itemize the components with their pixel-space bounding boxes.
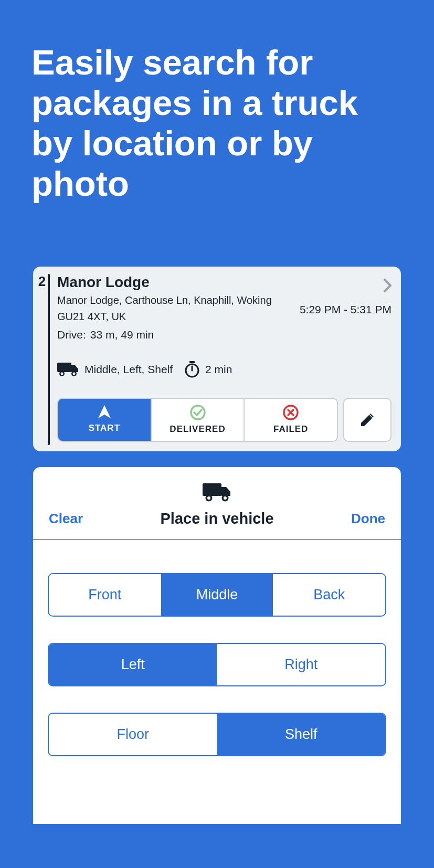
level-segment-group: Floor Shelf bbox=[48, 713, 386, 756]
segment-back[interactable]: Back bbox=[273, 574, 385, 616]
segment-shelf[interactable]: Shelf bbox=[217, 714, 386, 755]
stop-number: 2 bbox=[35, 273, 49, 290]
svg-rect-5 bbox=[189, 361, 195, 363]
start-button[interactable]: START bbox=[58, 399, 152, 441]
segment-left[interactable]: Left bbox=[49, 644, 217, 685]
svg-point-4 bbox=[73, 373, 76, 375]
x-circle-icon bbox=[282, 404, 299, 421]
edit-button[interactable] bbox=[343, 398, 391, 442]
chevron-right-icon[interactable] bbox=[383, 278, 393, 293]
svg-rect-10 bbox=[203, 483, 221, 496]
side-segment-group: Left Right bbox=[48, 643, 386, 686]
checkmark-circle-icon bbox=[189, 404, 206, 421]
package-location-text: Middle, Left, Shelf bbox=[84, 363, 173, 376]
navigation-arrow-icon bbox=[97, 404, 112, 420]
stop-duration-text: 2 min bbox=[205, 363, 232, 376]
segment-right[interactable]: Right bbox=[217, 644, 386, 685]
segment-floor[interactable]: Floor bbox=[49, 714, 217, 755]
stopwatch-icon bbox=[184, 361, 200, 378]
failed-button-label: FAILED bbox=[273, 424, 308, 435]
drive-value: 33 m, 49 min bbox=[90, 329, 154, 341]
promo-heading: Easily search for packages in a truck by… bbox=[0, 0, 434, 235]
svg-rect-0 bbox=[57, 363, 71, 372]
segment-front[interactable]: Front bbox=[49, 574, 161, 616]
svg-point-12 bbox=[207, 496, 210, 500]
place-in-vehicle-panel: Clear Place in vehicle Done Front Middle… bbox=[33, 467, 401, 824]
svg-point-14 bbox=[224, 496, 227, 500]
truck-icon bbox=[57, 362, 79, 377]
stop-title: Manor Lodge bbox=[57, 274, 391, 291]
start-button-label: START bbox=[89, 423, 120, 433]
delivered-button-label: DELIVERED bbox=[170, 424, 225, 435]
panel-title: Place in vehicle bbox=[161, 510, 274, 527]
card-accent-bar bbox=[48, 274, 50, 445]
drive-label: Drive: bbox=[57, 329, 86, 341]
svg-point-8 bbox=[191, 406, 205, 419]
status-action-group: START DELIVERED FAILED bbox=[57, 398, 338, 442]
failed-button[interactable]: FAILED bbox=[245, 399, 337, 441]
depth-segment-group: Front Middle Back bbox=[48, 573, 386, 617]
clear-button[interactable]: Clear bbox=[49, 511, 83, 527]
done-button[interactable]: Done bbox=[351, 511, 385, 527]
pencil-icon bbox=[358, 411, 376, 429]
delivery-stop-card[interactable]: 2 Manor Lodge Manor Lodge, Carthouse Ln,… bbox=[33, 267, 401, 451]
truck-icon bbox=[33, 482, 401, 503]
stop-time-window: 5:29 PM - 5:31 PM bbox=[300, 303, 391, 316]
segment-middle[interactable]: Middle bbox=[161, 574, 273, 616]
delivered-button[interactable]: DELIVERED bbox=[152, 399, 245, 441]
svg-point-2 bbox=[61, 373, 63, 375]
